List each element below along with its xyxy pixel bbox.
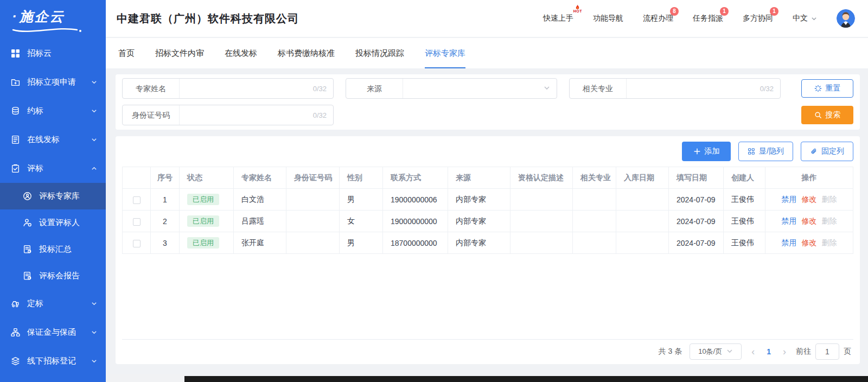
goto-page-input[interactable] <box>815 343 839 360</box>
cell-index: 3 <box>151 232 180 254</box>
expert-name-label: 专家姓名 <box>123 79 180 98</box>
add-button[interactable]: 添加 <box>682 142 731 161</box>
user-circle-icon <box>23 192 32 201</box>
pagination: 共 3 条 10条/页 ‹ 1 › 前往 页 <box>122 340 853 364</box>
nav-process-handling[interactable]: 8 流程办理 <box>643 14 673 23</box>
document-gear-icon <box>23 271 32 281</box>
expert-table: 序号 状态 专家姓名 身份证号码 性别 联系方式 来源 资格认定描述 相关专业 … <box>122 167 853 254</box>
bottom-scrollbar[interactable] <box>184 376 868 382</box>
source-select[interactable] <box>410 84 544 93</box>
cell-creator: 王俊伟 <box>724 211 765 232</box>
cell-creator: 王俊伟 <box>724 189 765 211</box>
row-checkbox[interactable] <box>133 196 141 204</box>
expert-name-input[interactable] <box>186 84 313 93</box>
char-counter: 0/32 <box>313 85 327 93</box>
nav-feature-navigation[interactable]: 功能导航 <box>593 14 623 23</box>
document-gear-icon <box>23 245 32 254</box>
nav-label: 功能导航 <box>593 14 623 22</box>
col-header-phone: 联系方式 <box>383 167 448 189</box>
sidebar-item-award[interactable]: 定标 <box>0 289 106 318</box>
page-size-select[interactable]: 10条/页 <box>690 343 742 360</box>
chevron-up-icon <box>91 165 97 171</box>
sidebar-item-offline-registration[interactable]: 线下招标登记 <box>0 347 106 375</box>
col-header-creator: 创建人 <box>724 167 765 189</box>
id-number-input[interactable] <box>186 111 313 119</box>
disable-link[interactable]: 禁用 <box>782 217 797 226</box>
tab-bid-tracking[interactable]: 投标情况跟踪 <box>355 38 404 68</box>
nav-quick-start[interactable]: HOT 快速上手 <box>543 14 573 23</box>
tab-home[interactable]: 首页 <box>118 38 135 68</box>
col-header-source: 来源 <box>448 167 510 189</box>
tab-label: 评标专家库 <box>425 48 465 59</box>
tab-online-bidding[interactable]: 在线发标 <box>225 38 257 68</box>
col-header-fill-date: 填写日期 <box>669 167 724 189</box>
reset-button[interactable]: 重置 <box>801 79 853 98</box>
cell-id-number <box>286 232 340 254</box>
sidebar-item-evaluation[interactable]: 评标 <box>0 154 106 183</box>
language-selector[interactable]: 中文 <box>793 14 817 23</box>
layers-icon <box>11 356 20 366</box>
table-row: 2 已启用 吕露瑶 女 19000000000 内部专家 2024-07-09 … <box>123 211 853 232</box>
notification-badge: 1 <box>720 7 729 16</box>
notification-badge: 8 <box>670 7 679 16</box>
sidebar-item-expert-library[interactable]: 评标专家库 <box>0 183 106 209</box>
sidebar-item-label: 招标立项申请 <box>27 77 76 87</box>
disable-link[interactable]: 禁用 <box>782 195 797 205</box>
sidebar-item-label: 招标云 <box>27 48 52 59</box>
sidebar-item-bid-summary[interactable]: 投标汇总 <box>0 236 106 263</box>
tab-label: 首页 <box>118 48 135 59</box>
logo-dot: · <box>12 8 18 24</box>
tab-expert-library[interactable]: 评标专家库 <box>425 38 465 68</box>
tab-label: 招标文件内审 <box>155 48 204 59</box>
cell-major <box>573 189 616 211</box>
id-number-field-group: 身份证号码 0/32 <box>122 105 334 125</box>
delete-link[interactable]: 删除 <box>822 238 837 248</box>
row-checkbox[interactable] <box>133 240 141 247</box>
select-all-header <box>123 167 151 189</box>
sidebar-item-online-bidding[interactable]: 在线发标 <box>0 125 106 154</box>
search-button[interactable]: 搜索 <box>801 106 853 124</box>
clipboard-check-icon <box>11 164 20 173</box>
sidebar-item-set-evaluators[interactable]: 设置评标人 <box>0 209 106 236</box>
app-logo[interactable]: ·施企云 <box>0 0 106 39</box>
cell-gender: 男 <box>340 232 383 254</box>
chevron-down-icon <box>544 85 550 93</box>
nav-multi-party[interactable]: 1 多方协同 <box>743 14 773 23</box>
fixed-columns-button[interactable]: 固定列 <box>801 142 853 161</box>
major-input[interactable] <box>633 84 760 93</box>
tab-document-review[interactable]: 招标文件内审 <box>155 38 204 68</box>
toggle-columns-button[interactable]: 显/隐列 <box>738 142 793 161</box>
next-page-button[interactable]: › <box>781 346 788 358</box>
tab-fee-approval[interactable]: 标书费缴纳核准 <box>278 38 335 68</box>
cell-fill-date: 2024-07-09 <box>669 211 724 232</box>
sidebar-item-evaluation-report[interactable]: 评标会报告 <box>0 263 106 289</box>
disable-link[interactable]: 禁用 <box>782 238 797 248</box>
main-content: 专家姓名 0/32 来源 相关专业 0/32 重置 身份证号码 <box>106 68 868 374</box>
sidebar-item-bidding-cloud[interactable]: 招标云 <box>0 39 106 68</box>
row-checkbox[interactable] <box>133 218 141 226</box>
fixed-columns-label: 固定列 <box>821 147 844 156</box>
prev-page-button[interactable]: ‹ <box>749 346 757 358</box>
delete-link[interactable]: 删除 <box>822 195 837 205</box>
sidebar-item-contract-bidding[interactable]: 约标 <box>0 97 106 125</box>
user-avatar[interactable] <box>837 9 855 28</box>
cell-creator: 王俊伟 <box>724 232 765 254</box>
edit-link[interactable]: 修改 <box>802 217 817 226</box>
edit-link[interactable]: 修改 <box>802 238 817 248</box>
goto-label: 前往 <box>796 347 811 356</box>
sidebar-item-deposit-guarantee[interactable]: 保证金与保函 <box>0 318 106 347</box>
cell-qualification <box>510 232 573 254</box>
col-header-name: 专家姓名 <box>234 167 286 189</box>
add-button-label: 添加 <box>705 147 720 156</box>
col-header-major: 相关专业 <box>573 167 616 189</box>
sidebar-item-project-application[interactable]: 招标立项申请 <box>0 68 106 97</box>
edit-link[interactable]: 修改 <box>802 195 817 205</box>
nav-task-assignment[interactable]: 1 任务指派 <box>693 14 723 23</box>
delete-link[interactable]: 删除 <box>822 217 837 226</box>
current-page[interactable]: 1 <box>764 347 773 356</box>
folder-icon <box>11 78 20 87</box>
cell-index: 2 <box>151 211 180 232</box>
cell-source: 内部专家 <box>448 211 510 232</box>
columns-grid-icon <box>748 148 755 155</box>
bottom-strip-light <box>106 374 184 382</box>
